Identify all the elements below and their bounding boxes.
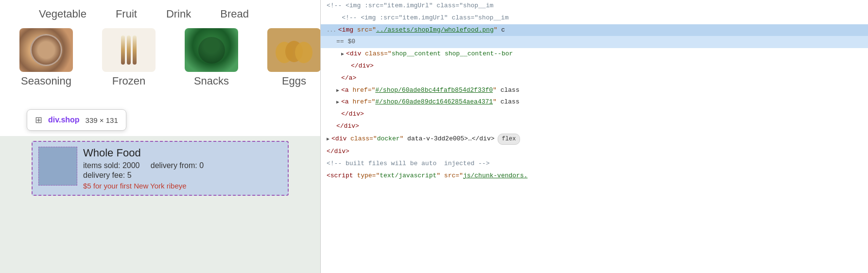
category-eggs[interactable]: Eggs [267, 28, 321, 87]
devtools-line-9[interactable]: ▶ <a href="#/shop/60ade89dc16462854aea43… [321, 96, 868, 108]
href-close-1: " [493, 85, 497, 96]
class-val-1: shop__content shop__content--bor [392, 49, 513, 59]
class-attr-docker: class=" [347, 134, 377, 144]
frozen-stick-3 [133, 35, 137, 65]
svg-point-2 [295, 42, 312, 63]
devtools-line-8[interactable]: ▶ <a href="#/shop/60ade8bc44fafb854d2f33… [321, 85, 868, 97]
devtools-line-13: </div> [321, 146, 868, 158]
src-attr: src=" [353, 25, 376, 35]
eggs-label: Eggs [282, 75, 306, 87]
tooltip-element-name: div.shop [48, 116, 80, 124]
type-attr: type=" [353, 171, 380, 181]
frozen-image [102, 28, 156, 72]
data-v-text: data-v-3dd2e005>…</div> [403, 134, 494, 144]
src-attr-close: " [494, 25, 498, 35]
code-comment-1: <!-- <img :src="item.imgUrl" class="shop… [327, 1, 493, 11]
seasoning-image [19, 28, 73, 72]
bottom-category-row: Seasoning Frozen Snacks Eggs [0, 25, 320, 92]
devtools-line-2: <!-- <img :src="item.imgUrl" class="shop… [321, 12, 868, 24]
devtools-line-14: <!-- built files will be auto injected -… [321, 158, 868, 170]
eggs-image [267, 28, 321, 72]
devtools-line-3[interactable]: ... <img src="../assets/shopImg/wholefoo… [321, 24, 868, 36]
close-div-1: </div> [351, 61, 374, 71]
devtools-line-7: </a> [321, 72, 868, 85]
devtools-line-4: == $0 [321, 36, 868, 48]
devtools-line-12[interactable]: ▶ <div class="docker" data-v-3dd2e005>…<… [321, 133, 868, 146]
devtools-line-11: </div> [321, 120, 868, 133]
category-frozen[interactable]: Frozen [102, 28, 156, 87]
element-tooltip: ⊞ div.shop 339 × 131 [27, 109, 126, 131]
devtools-line-15: <script type="text/javascript" src="js/c… [321, 170, 868, 182]
href-close-2: " [493, 97, 497, 107]
href-attr-2: href=" [349, 97, 376, 107]
script-src-link[interactable]: js/chunk-vendors. [463, 171, 528, 181]
class-val-docker: docker [377, 134, 400, 144]
built-comment: <!-- built files will be auto injected -… [327, 159, 489, 169]
close-div-2: </div> [341, 109, 364, 119]
c-text: c [498, 25, 505, 35]
close-div-4: </div> [327, 147, 349, 157]
devtools-line-6: </div> [321, 60, 868, 72]
frozen-stick-1 [121, 35, 125, 65]
class-text-1: class [497, 85, 520, 96]
category-bread[interactable]: Bread [220, 8, 249, 20]
frozen-stick-2 [127, 35, 131, 65]
shop-card[interactable]: Whole Food items sold: 2000 delivery fro… [32, 141, 289, 196]
devtools-line-10: </div> [321, 108, 868, 120]
class-text-2: class [497, 97, 520, 107]
top-labels: Vegetable Fruit Drink Bread [19, 8, 268, 25]
class-attr-1: class=" [361, 49, 391, 59]
devtools-line-5[interactable]: ▶ <div class="shop__content shop__conten… [321, 48, 868, 60]
src-attr2: src=" [440, 171, 463, 181]
shop-delivery-fee: delivery fee: 5 [83, 171, 282, 180]
shop-promo: $5 for your first New York ribeye [83, 182, 282, 190]
img-tag: <img [338, 25, 353, 35]
shop-name: Whole Food [83, 147, 282, 159]
shop-image-placeholder [38, 147, 77, 186]
shop-items-sold: items sold: 2000 delivery from: 0 [83, 161, 282, 170]
triangle-icon-2: ▶ [336, 87, 339, 95]
img-src-link[interactable]: ../assets/shopImg/wholefood.png [376, 25, 494, 35]
category-drink[interactable]: Drink [166, 8, 191, 20]
bread-label: Bread [220, 8, 249, 20]
category-seasoning[interactable]: Seasoning [19, 28, 73, 87]
div-tag-docker: <div [331, 134, 347, 144]
shop-area: Whole Food items sold: 2000 delivery fro… [0, 136, 320, 273]
ellipsis-icon: ... [327, 26, 336, 35]
top-category-row: Vegetable Fruit Drink Bread [0, 0, 320, 25]
devtools-line-1: <!-- <img :src="item.imgUrl" class="shop… [321, 0, 868, 12]
category-vegetable[interactable]: Vegetable [39, 8, 87, 20]
frozen-label: Frozen [112, 75, 145, 87]
close-div-3: </div> [336, 121, 359, 132]
div-tag-1: <div [346, 49, 361, 59]
equals-sign: == $0 [327, 37, 355, 47]
tooltip-icon: ⊞ [35, 115, 42, 125]
close-a-1: </a> [341, 73, 356, 84]
category-fruit[interactable]: Fruit [116, 8, 137, 20]
tooltip-element-size: 339 × 131 [86, 116, 118, 124]
devtools-panel: <!-- <img :src="item.imgUrl" class="shop… [321, 0, 868, 273]
triangle-icon-1: ▶ [341, 51, 344, 58]
class-attr-docker-close: " [399, 134, 403, 144]
drink-label: Drink [166, 8, 191, 20]
vegetable-label: Vegetable [39, 8, 87, 20]
code-comment-2: <!-- <img :src="item.imgUrl" class="shop… [327, 13, 508, 23]
a-tag-2: <a [341, 97, 349, 107]
left-panel: Vegetable Fruit Drink Bread Seasoning [0, 0, 321, 273]
a-tag-1: <a [341, 85, 349, 96]
flex-badge: flex [498, 134, 521, 145]
href-attr-1: href=" [349, 85, 376, 96]
href-link-1[interactable]: #/shop/60ade8bc44fafb854d2f33f0 [375, 85, 493, 96]
eggs-svg [272, 33, 316, 67]
type-val: text/javascript [380, 171, 436, 181]
triangle-icon-3: ▶ [336, 99, 339, 106]
snacks-label: Snacks [194, 75, 229, 87]
href-link-2[interactable]: #/shop/60ade89dc16462854aea4371 [375, 97, 493, 107]
fruit-label: Fruit [116, 8, 137, 20]
shop-card-header: Whole Food items sold: 2000 delivery fro… [38, 147, 282, 190]
script-tag: <script [327, 171, 353, 181]
category-snacks[interactable]: Snacks [185, 28, 238, 87]
shop-info: Whole Food items sold: 2000 delivery fro… [83, 147, 282, 190]
triangle-icon-4: ▶ [327, 136, 330, 143]
snacks-image [185, 28, 238, 72]
